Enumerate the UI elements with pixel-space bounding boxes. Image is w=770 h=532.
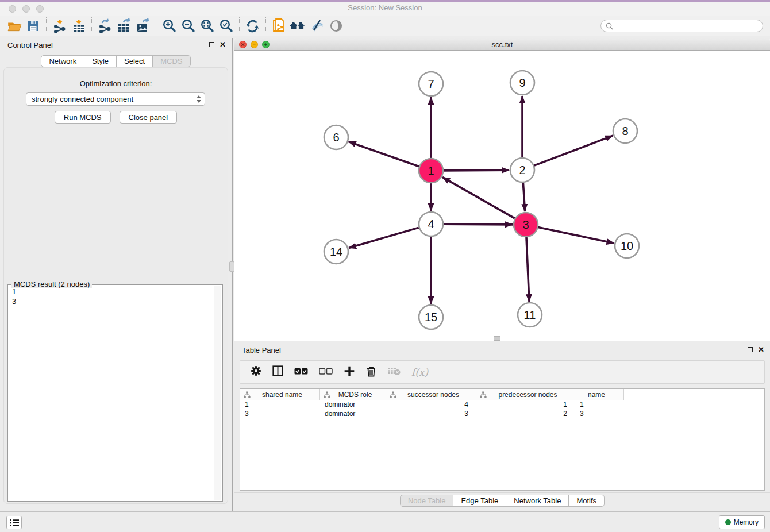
delete-column-button[interactable] xyxy=(366,365,376,379)
graph-edge-3-1[interactable] xyxy=(442,177,515,218)
graph-edge-3-11[interactable] xyxy=(526,237,529,302)
table-row[interactable]: 3dominator323 xyxy=(240,410,764,419)
network-graph[interactable]: 1234678910111415 xyxy=(234,51,770,341)
zoom-selected-icon xyxy=(219,18,234,33)
zoom-in-button[interactable] xyxy=(160,17,179,35)
graph-node-3[interactable]: 3 xyxy=(514,213,538,237)
search-input[interactable] xyxy=(616,22,758,30)
svg-text:10: 10 xyxy=(621,240,633,252)
close-panel-icon[interactable]: ✕ xyxy=(220,41,226,48)
tab-select[interactable]: Select xyxy=(117,55,153,67)
table-cell[interactable]: 1 xyxy=(240,400,320,410)
import-network-icon xyxy=(52,18,67,33)
graph-node-8[interactable]: 8 xyxy=(613,119,637,143)
graph-node-2[interactable]: 2 xyxy=(510,158,534,182)
node-table[interactable]: shared nameMCDS rolesuccessor nodesprede… xyxy=(240,388,765,491)
network-canvas[interactable]: 1234678910111415 xyxy=(234,51,770,341)
table-cell[interactable]: 3 xyxy=(240,410,320,419)
list-icon xyxy=(10,519,19,527)
function-builder-button[interactable]: f(x) xyxy=(411,367,428,378)
import-network-button[interactable] xyxy=(50,17,69,35)
task-history-button[interactable] xyxy=(6,516,22,529)
zoom-selected-button[interactable] xyxy=(217,17,236,35)
graph-node-1[interactable]: 1 xyxy=(419,159,443,183)
hide-selected-button[interactable] xyxy=(307,17,326,35)
column-header-filler xyxy=(624,389,764,400)
graph-node-11[interactable]: 11 xyxy=(518,303,542,327)
table-cell[interactable]: dominator xyxy=(320,410,386,419)
graph-node-15[interactable]: 15 xyxy=(419,305,443,329)
toolbar-separator xyxy=(91,17,92,34)
export-table-button[interactable] xyxy=(114,17,133,35)
graph-node-4[interactable]: 4 xyxy=(419,212,443,236)
close-table-panel-icon[interactable]: ✕ xyxy=(758,346,764,353)
show-all-icon xyxy=(329,18,344,33)
graph-edge-1-2[interactable] xyxy=(444,170,509,171)
tab-edge-table[interactable]: Edge Table xyxy=(453,495,506,507)
graph-node-9[interactable]: 9 xyxy=(510,71,534,95)
graph-edge-4-14[interactable] xyxy=(349,228,419,248)
first-neighbors-button[interactable] xyxy=(288,17,307,35)
graph-node-6[interactable]: 6 xyxy=(324,125,348,149)
graph-edge-2-3[interactable] xyxy=(523,183,525,211)
table-cell[interactable]: 1 xyxy=(575,400,624,410)
canvas-resize-handle[interactable] xyxy=(494,336,500,341)
graph-node-7[interactable]: 7 xyxy=(419,72,443,96)
result-scrollbar[interactable] xyxy=(214,286,221,500)
column-header-MCDS-role[interactable]: MCDS role xyxy=(320,389,386,400)
column-header-successor-nodes[interactable]: successor nodes xyxy=(386,389,476,400)
vertical-splitter-handle[interactable] xyxy=(229,261,234,272)
table-cell[interactable]: 1 xyxy=(476,400,575,410)
show-columns-button[interactable] xyxy=(272,365,283,379)
export-network-button[interactable] xyxy=(95,17,114,35)
memory-button[interactable]: Memory xyxy=(719,515,765,529)
add-column-button[interactable] xyxy=(344,365,355,379)
mcds-result-item: 1 xyxy=(12,287,16,296)
export-image-button[interactable] xyxy=(133,17,152,35)
save-session-button[interactable] xyxy=(24,17,43,35)
float-table-panel-icon[interactable] xyxy=(748,347,753,352)
graph-edge-1-6[interactable] xyxy=(349,142,419,167)
float-panel-icon[interactable] xyxy=(209,42,214,47)
tab-motifs[interactable]: Motifs xyxy=(569,495,605,507)
vertical-splitter[interactable] xyxy=(232,38,233,511)
select-all-button[interactable] xyxy=(294,367,308,377)
criterion-dropdown[interactable]: strongly connected component xyxy=(26,92,205,106)
table-row[interactable]: 1dominator411 xyxy=(240,400,764,410)
svg-text:7: 7 xyxy=(428,78,434,90)
tab-style[interactable]: Style xyxy=(84,55,117,67)
gear-button[interactable] xyxy=(251,365,261,379)
table-cell[interactable]: 3 xyxy=(575,410,624,419)
graph-edge-2-8[interactable] xyxy=(534,136,613,165)
select-all-icon xyxy=(294,368,308,375)
graph-edge-3-10[interactable] xyxy=(538,228,614,244)
close-panel-button[interactable]: Close panel xyxy=(120,111,178,124)
zoom-out-button[interactable] xyxy=(179,17,198,35)
tab-mcds[interactable]: MCDS xyxy=(153,55,190,67)
clone-network-button[interactable] xyxy=(270,17,288,35)
table-cell[interactable]: dominator xyxy=(320,400,386,410)
import-table-button[interactable] xyxy=(69,17,88,35)
tab-network-table[interactable]: Network Table xyxy=(506,495,569,507)
deselect-all-button[interactable] xyxy=(319,367,333,377)
delete-table-button[interactable] xyxy=(387,366,401,378)
run-mcds-button[interactable]: Run MCDS xyxy=(55,111,111,124)
graph-node-14[interactable]: 14 xyxy=(324,240,348,264)
refresh-button[interactable] xyxy=(243,17,262,35)
table-cell[interactable]: 4 xyxy=(386,400,476,410)
search-box[interactable] xyxy=(600,20,763,32)
tab-network[interactable]: Network xyxy=(41,55,84,67)
mcds-result-list: 1 3 xyxy=(8,287,16,306)
graph-node-10[interactable]: 10 xyxy=(615,234,639,258)
show-all-button[interactable] xyxy=(326,17,345,35)
tab-node-table[interactable]: Node Table xyxy=(400,495,454,507)
column-header-shared-name[interactable]: shared name xyxy=(240,389,320,400)
table-panel-title: Table Panel xyxy=(242,346,281,354)
table-cell[interactable]: 3 xyxy=(386,410,476,419)
graph-edge-4-3[interactable] xyxy=(444,224,513,225)
open-session-button[interactable] xyxy=(5,17,24,35)
zoom-fit-button[interactable] xyxy=(198,17,217,35)
column-header-predecessor-nodes[interactable]: predecessor nodes xyxy=(476,389,575,400)
column-header-name[interactable]: name xyxy=(575,389,624,400)
table-cell[interactable]: 2 xyxy=(476,410,575,419)
